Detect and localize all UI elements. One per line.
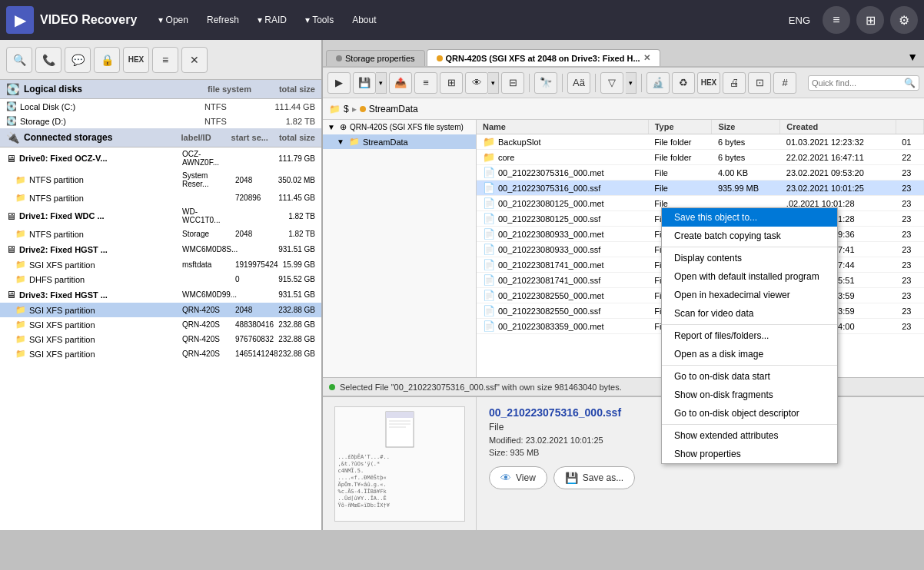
tab-scroll-right[interactable]: ▼ [904, 48, 921, 66]
ft-view-arrow[interactable]: ▾ [488, 72, 499, 94]
file-cell-name: 📄00_210223082550_000.met [477, 288, 648, 303]
tool-phone[interactable]: 📞 [35, 47, 61, 73]
ctx-item[interactable]: Show extended attributes [662, 426, 837, 445]
path-folder-icon: 📁 [329, 104, 341, 114]
menu-icon-2[interactable]: ⊞ [856, 6, 884, 34]
table-row[interactable]: 📁core File folder 6 bytes 22.02.2021 16:… [477, 150, 924, 165]
ft-binoculars[interactable]: 🔭 [534, 72, 557, 94]
ft-list[interactable]: ≡ [414, 72, 437, 94]
file-cell-extra: 23 [896, 165, 923, 181]
tool-list[interactable]: ≡ [152, 47, 178, 73]
drive3-sgi1[interactable]: 📁 SGI XFS partition QRN-420S 2048 232.88… [0, 303, 321, 317]
ft-view[interactable]: 👁 [465, 72, 488, 94]
drive3-sgi4[interactable]: 📁 SGI XFS partition QRN-420S 1465141248 … [0, 346, 321, 361]
tab2-close-icon[interactable]: ✕ [643, 53, 650, 63]
drive0-ntfs1[interactable]: 📁 NTFS partition System Reser... 2048 35… [0, 169, 321, 191]
menu-raid[interactable]: ▾ RAID [248, 10, 296, 30]
drive3-sgi3[interactable]: 📁 SGI XFS partition QRN-420S 976760832 2… [0, 332, 321, 346]
ft-filter-arrow[interactable]: ▾ [626, 72, 636, 94]
tool-hex[interactable]: HEX [123, 47, 149, 73]
path-dollar[interactable]: $ [344, 104, 349, 114]
disk-storage-d[interactable]: 💽 Storage (D:) NTFS 1.82 TB [0, 114, 321, 128]
connected-storages-header: 🔌 Connected storages label/ID start se..… [0, 128, 321, 147]
path-bar: 📁 $ ▸ StreamData [323, 98, 924, 120]
ctx-item[interactable]: Open as a disk image [662, 345, 837, 363]
ft-export[interactable]: 📤 [389, 72, 412, 94]
ctx-item[interactable]: Go to on-disk data start [662, 367, 837, 386]
save-as-button[interactable]: 💾 Save as... [553, 466, 635, 489]
ctx-item[interactable]: Save this object to... [662, 208, 837, 227]
drive3[interactable]: 🖥 Drive3: Fixed HGST ... WMC6M0D99... 93… [0, 287, 321, 303]
ft-print[interactable]: 🖨 [723, 72, 746, 94]
file-actions: 👁 View 💾 Save as... [489, 466, 912, 489]
tool-search[interactable]: 🔍 [6, 47, 32, 73]
col-name[interactable]: Name [477, 120, 648, 134]
ft-recover[interactable]: ♻ [672, 72, 695, 94]
menu-icon-3[interactable]: ⚙ [890, 6, 918, 34]
drive3-sgi2[interactable]: 📁 SGI XFS partition QRN-420S 488380416 2… [0, 317, 321, 332]
menu-open[interactable]: ▾ Open [149, 10, 198, 30]
tree-root[interactable]: ▼ ⊕ QRN-420S (SGI XFS file system) [323, 120, 476, 134]
ft-columns[interactable]: ⊟ [501, 72, 524, 94]
ctx-item[interactable]: Open in hexadecimal viewer [662, 286, 837, 304]
menu-tools[interactable]: ▾ Tools [296, 10, 343, 30]
ctx-item[interactable]: Scan for video data [662, 304, 837, 323]
file-cell-extra: 23 [896, 303, 923, 319]
menu-about[interactable]: About [343, 10, 385, 30]
tool-chat[interactable]: 💬 [65, 47, 91, 73]
ft-video[interactable]: ▶ [327, 72, 351, 94]
ctx-item[interactable]: Open with default installed program [662, 267, 837, 286]
quick-find-input[interactable] [812, 78, 904, 88]
drive0-ntfs2[interactable]: 📁 NTFS partition 720896 111.45 GB [0, 191, 321, 205]
tab-qrn420s[interactable]: QRN-420S (SGI XFS at 2048 on Drive3: Fix… [427, 49, 660, 66]
ft-compress[interactable]: ⊡ [748, 72, 771, 94]
disk-c-icon: 💽 [6, 101, 17, 111]
view-button[interactable]: 👁 View [489, 466, 547, 489]
ft-filter[interactable]: ▽ [600, 72, 623, 94]
tab-storage-properties[interactable]: Storage properties [326, 50, 425, 66]
ctx-item[interactable]: Report of files/folders... [662, 326, 837, 345]
file-icon: 📁 [483, 151, 495, 163]
table-row[interactable]: 📄00_210223075316_000.met File 4.00 KB 23… [477, 165, 924, 181]
ctx-item[interactable]: Go to on-disk object descriptor [662, 404, 837, 423]
file-cell-name: 📁BackupSlot [477, 134, 648, 150]
file-cell-extra: 23 [896, 196, 923, 211]
menu-icon-1[interactable]: ≡ [823, 6, 850, 34]
drive0[interactable]: 🖥 Drive0: Fixed OCZ-V... OCZ-AWNZ0F... 1… [0, 147, 321, 169]
drive2-dhfs[interactable]: 📁 DHFS partition 0 915.52 GB [0, 272, 321, 287]
drive2-sgi[interactable]: 📁 SGI XFS partition msftdata 1919975424 … [0, 257, 321, 272]
tool-close[interactable]: ✕ [181, 47, 208, 73]
logical-disks-icon: 💽 [6, 83, 19, 95]
drive2[interactable]: 🖥 Drive2: Fixed HGST ... WMC6M0D8S... 93… [0, 241, 321, 257]
ft-save-arrow[interactable]: ▾ [376, 72, 387, 94]
ft-hash[interactable]: # [773, 72, 796, 94]
ft-scan[interactable]: 🔬 [646, 72, 670, 94]
drive1[interactable]: 🖥 Drive1: Fixed WDC ... WD-WCC1T0... 1.8… [0, 205, 321, 227]
drive0-icon: 🖥 [6, 153, 16, 164]
ft-font[interactable]: Aä [567, 72, 590, 94]
table-row[interactable]: 📄00_210223075316_000.ssf File 935.99 MB … [477, 181, 924, 196]
ctx-item[interactable]: Show on-disk fragments [662, 386, 837, 404]
col-size[interactable]: Size [712, 120, 780, 134]
ft-save[interactable]: 💾 [353, 72, 376, 94]
file-cell-name: 📁core [477, 150, 648, 165]
col-type[interactable]: Type [648, 120, 712, 134]
ctx-item[interactable]: Display contents [662, 249, 837, 267]
ctx-item[interactable]: Show properties [662, 445, 837, 463]
ft-grid[interactable]: ⊞ [440, 72, 463, 94]
tree-streamdata[interactable]: ▼ 📁 StreamData [323, 134, 476, 149]
menu-refresh[interactable]: Refresh [198, 10, 248, 30]
table-row[interactable]: 📁BackupSlot File folder 6 bytes 01.03.20… [477, 134, 924, 150]
left-panel: 🔍 📞 💬 🔒 HEX ≡ ✕ 💽 Logical disks file sys… [0, 40, 323, 530]
toolbar2: 🔍 📞 💬 🔒 HEX ≡ ✕ [0, 40, 321, 80]
tool-lock[interactable]: 🔒 [94, 47, 120, 73]
drive3-icon: 🖥 [6, 289, 16, 300]
ft-hex[interactable]: HEX [697, 72, 720, 94]
path-streamdata[interactable]: StreamData [369, 104, 418, 114]
tab1-dot [336, 55, 342, 61]
ctx-item[interactable]: Create batch copying task [662, 227, 837, 245]
path-sep: ▸ [352, 104, 357, 114]
disk-local-c[interactable]: 💽 Local Disk (C:) NTFS 111.44 GB [0, 99, 321, 114]
col-created[interactable]: Created [780, 120, 896, 134]
drive1-ntfs[interactable]: 📁 NTFS partition Storage 2048 1.82 TB [0, 227, 321, 241]
